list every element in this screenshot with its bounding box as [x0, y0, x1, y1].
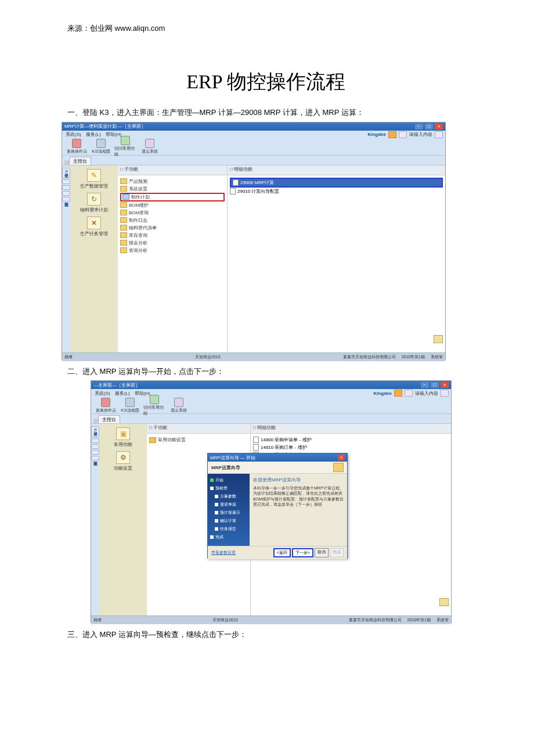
detail-item[interactable]: 14810 采购订单 - 维护 — [253, 444, 449, 451]
tool-flow[interactable]: K/3流程图 — [90, 139, 112, 154]
dropdown-icon[interactable] — [441, 390, 449, 397]
vtab-production[interactable]: 生产管理 — [62, 191, 70, 196]
dialog-close-button[interactable]: × — [338, 455, 345, 460]
tree-item[interactable]: 库存查询 — [120, 232, 225, 239]
home-icon[interactable] — [394, 390, 402, 397]
next-button[interactable]: 下一步> — [292, 548, 313, 557]
tool-label: 退出系统 — [142, 149, 158, 154]
tool-favorites[interactable]: 访问常用功能 — [114, 136, 136, 157]
detail-item[interactable]: 14800 采购申请单 - 维护 — [253, 436, 449, 444]
vtab-settings[interactable]: 系统设置 — [91, 456, 99, 460]
tree-item[interactable]: 常用功能设置 — [149, 436, 248, 444]
tree-label: 物料督代清单 — [129, 225, 157, 231]
nav-mrp[interactable]: 物料需求计划 — [80, 193, 108, 213]
vtab-supply[interactable]: 供应链 — [62, 185, 70, 190]
detail-item[interactable]: 29010 计算向导配置 — [230, 188, 443, 195]
tree-item[interactable]: 制作日志 — [120, 217, 225, 224]
tab-arrow-left[interactable] — [93, 419, 98, 423]
view-params-link[interactable]: 查看参数设置 — [211, 550, 236, 556]
wizard-step-forecast[interactable]: 预计量展示 — [215, 509, 247, 517]
close-button[interactable]: × — [441, 382, 449, 388]
folder-icon — [120, 202, 127, 208]
menu-system[interactable]: 系统(S) — [66, 132, 81, 137]
status-period: 2010年第1期 — [407, 617, 431, 623]
corner-tool-icon[interactable] — [434, 335, 443, 343]
menu-service[interactable]: 服务(L) — [86, 132, 101, 137]
menu-service[interactable]: 服务(L) — [115, 391, 130, 396]
wizard-step-precheck[interactable]: 预检查 — [210, 484, 247, 492]
vtab-finance[interactable]: 财务会计 — [91, 438, 99, 443]
maximize-button[interactable]: □ — [431, 382, 439, 388]
search-hint[interactable]: 请输入内容 — [409, 131, 432, 138]
tool-exit[interactable]: 退出系统 — [139, 139, 161, 154]
vtab-supply[interactable]: 供应链 — [91, 444, 99, 449]
tool-favorites[interactable]: 访问常用功能 — [143, 395, 165, 416]
cancel-button[interactable]: 取消 — [315, 548, 329, 557]
minimize-button[interactable]: − — [415, 124, 423, 129]
source-line: 来源：创业网 www.aliqn.com — [67, 23, 464, 34]
bullet-icon — [215, 503, 218, 506]
vertical-tabs: 金蝶K/3 财务会计 供应链 生产管理 系统设置 — [91, 424, 99, 615]
tool-flow[interactable]: K/3流程图 — [119, 398, 141, 413]
nav-task[interactable]: 生产任务管理 — [80, 217, 108, 237]
wizard-step-start[interactable]: 开始 — [210, 476, 247, 484]
wizard-step-finish[interactable]: 完成 — [210, 533, 247, 541]
tree-label: 常用功能设置 — [158, 437, 186, 443]
back-button[interactable]: <返回 — [273, 548, 291, 557]
status-company: 某某市天智商业科技有限公司 — [343, 354, 396, 360]
step-2-text: 二、进入 MRP 运算向导—开始，点击下一步： — [67, 366, 464, 377]
tab-main[interactable]: 主控台 — [69, 157, 91, 165]
search-hint[interactable]: 请输入内容 — [415, 390, 438, 397]
vtab-k3[interactable]: 金蝶K/3 — [62, 168, 70, 179]
exit-icon — [174, 398, 183, 407]
minimize-button[interactable]: − — [421, 382, 429, 388]
vtab-finance[interactable]: 财务会计 — [62, 179, 70, 184]
dialog-header: MRP运算向导 — [208, 462, 347, 474]
tree-item[interactable]: BOM查询 — [120, 209, 225, 217]
vtab-production[interactable]: 生产管理 — [91, 450, 99, 455]
nav-label: 生产数据管理 — [80, 183, 108, 189]
maximize-button[interactable]: □ — [425, 124, 433, 129]
bullet-icon — [215, 519, 218, 523]
nav-common[interactable]: 常用功能 — [114, 427, 132, 448]
finish-button[interactable]: 完成 — [330, 548, 344, 557]
tree-item[interactable]: 产品预测 — [120, 178, 225, 185]
tree-item[interactable]: 系统设置 — [120, 185, 225, 193]
exit-icon — [145, 139, 154, 148]
vtab-k3[interactable]: 金蝶K/3 — [91, 426, 99, 437]
tool-switch-user[interactable]: 更换操作员 — [66, 139, 88, 154]
tree-item[interactable]: 物料督代清单 — [120, 224, 225, 232]
dropdown-icon[interactable] — [435, 131, 443, 138]
corner-tool-icon[interactable] — [439, 598, 449, 606]
mail-icon[interactable] — [399, 131, 407, 138]
tree-item[interactable]: 报表分析 — [120, 239, 225, 247]
tree-item[interactable]: BOM维护 — [120, 201, 225, 209]
nav-funcset[interactable]: 功能设置 — [114, 451, 132, 471]
folder-icon — [120, 225, 127, 231]
subfunction-header: □ 子功能 — [147, 424, 250, 434]
wizard-step-confirm[interactable]: 确认计算 — [215, 517, 247, 525]
tab-arrow-left[interactable] — [64, 160, 69, 165]
mail-icon[interactable] — [405, 390, 413, 397]
nav-proddata[interactable]: 生产数据管理 — [80, 169, 108, 189]
menu-system[interactable]: 系统(S) — [95, 391, 110, 396]
tree-item-selected[interactable]: 制作计划 — [120, 193, 225, 201]
vertical-tabs: 金蝶K/3 财务会计 供应链 生产管理 系统设置 — [62, 165, 70, 352]
wizard-step-demand[interactable]: 需求来源 — [215, 501, 247, 509]
tab-main[interactable]: 主控台 — [98, 415, 120, 423]
tool-switch-user[interactable]: 更换操作员 — [95, 398, 117, 413]
home-icon[interactable] — [388, 131, 396, 138]
window-title: MRP计算—便利实业计划 —［主界面］ — [64, 123, 146, 129]
statusbar: 就绪 天智商业2010 某某市天智商业科技有限公司 2010年第1期 系统管 — [91, 615, 451, 624]
wizard-steps: 开始 预检查 方案参数 需求来源 预计量展示 确认计算 任务报告 完成 — [208, 474, 250, 546]
wizard-step-report[interactable]: 任务报告 — [215, 525, 247, 533]
wizard-step-params[interactable]: 方案参数 — [215, 492, 247, 501]
tree-item[interactable]: 查询分析 — [120, 247, 225, 254]
subfunction-tree: 常用功能设置 — [147, 434, 250, 446]
close-button[interactable]: × — [435, 124, 443, 129]
subfunction-tree: 产品预测 系统设置 制作计划 BOM维护 BOM查询 制作日志 物料督代清单 库… — [118, 175, 227, 257]
vtab-settings[interactable]: 系统设置 — [62, 197, 70, 201]
detail-label: 14810 采购订单 - 维护 — [261, 444, 307, 451]
folder-icon — [120, 178, 127, 184]
tool-exit[interactable]: 退出系统 — [168, 398, 190, 413]
